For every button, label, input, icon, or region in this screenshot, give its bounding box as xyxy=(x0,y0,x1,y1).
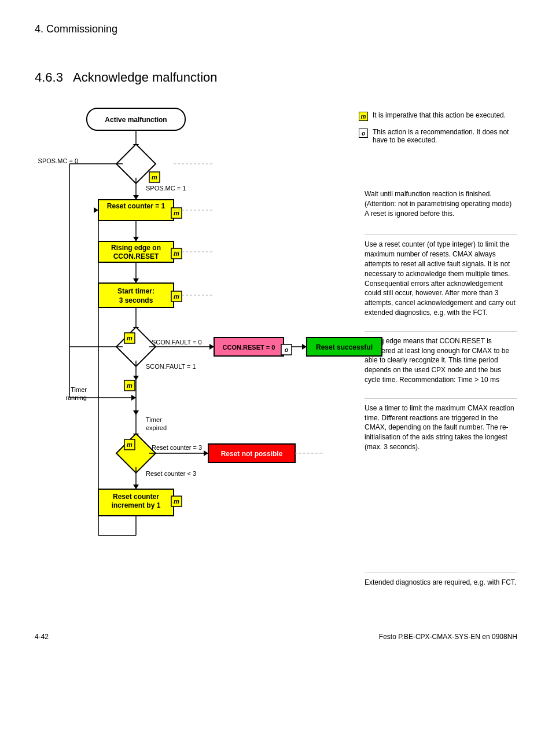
svg-marker-37 xyxy=(209,344,214,350)
svg-text:Rising edge on: Rising edge on xyxy=(111,244,161,252)
svg-text:increment by 1: increment by 1 xyxy=(112,501,161,509)
section-title: 4.6.3 Acknowledge malfunction xyxy=(35,70,517,85)
optional-badge: o xyxy=(359,129,368,138)
svg-marker-84 xyxy=(131,395,136,401)
svg-marker-31 xyxy=(133,327,139,332)
svg-text:3 seconds: 3 seconds xyxy=(119,296,153,304)
svg-rect-67 xyxy=(208,444,295,463)
svg-marker-3 xyxy=(133,144,139,149)
footer: 4-42 Festo P.BE-CPX-CMAX-SYS-EN en 0908N… xyxy=(35,633,517,641)
svg-text:m: m xyxy=(127,382,133,389)
svg-rect-75 xyxy=(171,496,182,507)
svg-text:SCON.FAULT = 1: SCON.FAULT = 1 xyxy=(146,363,196,370)
svg-text:SPOS.MC = 0: SPOS.MC = 0 xyxy=(38,157,78,164)
svg-text:Timer: Timer xyxy=(146,416,162,423)
svg-text:m: m xyxy=(174,250,179,257)
svg-text:Reset not possible: Reset not possible xyxy=(221,450,283,458)
svg-text:m: m xyxy=(174,498,179,505)
svg-rect-43 xyxy=(281,344,292,355)
page-number: 4-42 xyxy=(35,633,49,641)
svg-rect-4 xyxy=(116,144,156,184)
svg-marker-17 xyxy=(133,237,139,241)
annotations: Wait until malfunction reaction is finis… xyxy=(365,162,517,592)
annotation-4: Use a timer to limit the maximum CMAX re… xyxy=(365,398,517,457)
annotation-5: Extended diagnostics are required, e.g. … xyxy=(365,572,517,592)
svg-marker-81 xyxy=(94,207,98,213)
mandatory-badge: m xyxy=(359,112,368,121)
legend: m It is imperative that this action be e… xyxy=(359,111,517,144)
svg-text:m: m xyxy=(152,174,157,181)
svg-rect-18 xyxy=(98,241,174,262)
svg-text:m: m xyxy=(174,293,179,300)
document-ref: Festo P.BE-CPX-CMAX-SYS-EN en 0908NH xyxy=(379,633,517,641)
svg-marker-46 xyxy=(302,344,307,350)
flowchart: Active malfunction m SPOS.MC = 0 SPOS.MC… xyxy=(35,102,336,623)
annotation-1: Wait until malfunction reaction is finis… xyxy=(365,185,517,223)
legend-mandatory-text: It is imperative that this action be exe… xyxy=(373,111,506,119)
svg-rect-53 xyxy=(124,380,135,391)
svg-marker-60 xyxy=(133,434,139,438)
svg-marker-24 xyxy=(133,278,139,283)
svg-marker-56 xyxy=(133,410,139,415)
svg-text:SPOS.MC = 1: SPOS.MC = 1 xyxy=(146,185,186,192)
svg-text:Reset counter = 1: Reset counter = 1 xyxy=(107,202,165,210)
svg-rect-25 xyxy=(98,283,174,307)
svg-text:o: o xyxy=(285,346,289,353)
svg-rect-33 xyxy=(124,333,135,343)
svg-text:CCON.RESET = 0: CCON.RESET = 0 xyxy=(223,344,275,351)
svg-text:m: m xyxy=(174,210,179,216)
svg-text:Reset counter: Reset counter xyxy=(113,493,159,501)
svg-text:Active malfunction: Active malfunction xyxy=(105,116,167,124)
annotation-2: Use a reset counter (of type integer) to… xyxy=(365,234,517,322)
svg-text:SCON.FAULT = 0: SCON.FAULT = 0 xyxy=(152,339,202,346)
svg-rect-72 xyxy=(98,489,174,516)
svg-rect-12 xyxy=(98,200,174,221)
svg-text:running: running xyxy=(65,394,87,401)
svg-rect-21 xyxy=(171,248,182,259)
svg-text:m: m xyxy=(127,441,133,448)
svg-text:expired: expired xyxy=(146,424,167,431)
legend-mandatory: m It is imperative that this action be e… xyxy=(359,111,517,121)
chapter-title: 4. Commissioning xyxy=(35,23,517,35)
annotation-3: Rising edge means that CCON.RESET is reg… xyxy=(365,331,517,390)
svg-marker-66 xyxy=(204,450,208,456)
svg-rect-61 xyxy=(116,434,156,473)
legend-optional-text: This action is a recommendation. It does… xyxy=(373,128,517,144)
legend-optional: o This action is a recommendation. It do… xyxy=(359,128,517,144)
svg-text:Reset counter = 3: Reset counter = 3 xyxy=(152,444,202,451)
svg-text:m: m xyxy=(127,335,133,342)
svg-rect-41 xyxy=(214,337,284,356)
svg-rect-62 xyxy=(124,439,135,450)
svg-rect-32 xyxy=(116,327,156,366)
svg-text:CCON.RESET: CCON.RESET xyxy=(113,252,159,260)
svg-marker-71 xyxy=(133,485,139,489)
svg-text:Timer: Timer xyxy=(71,386,87,393)
svg-rect-28 xyxy=(171,291,182,302)
svg-rect-5 xyxy=(149,172,160,182)
svg-marker-40 xyxy=(133,376,139,380)
svg-rect-0 xyxy=(87,108,185,130)
svg-rect-14 xyxy=(171,208,182,218)
svg-text:Reset counter < 3: Reset counter < 3 xyxy=(146,470,196,477)
svg-marker-11 xyxy=(133,195,139,200)
svg-text:Start timer:: Start timer: xyxy=(117,287,154,295)
